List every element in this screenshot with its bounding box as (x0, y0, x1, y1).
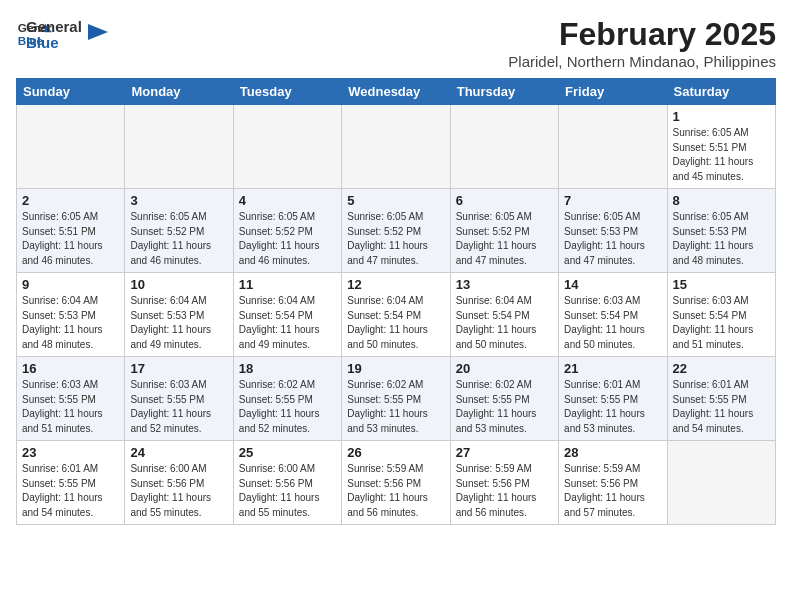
day-number: 28 (564, 445, 661, 460)
day-info: Sunrise: 6:01 AM Sunset: 5:55 PM Dayligh… (673, 378, 770, 436)
calendar-day-cell: 28Sunrise: 5:59 AM Sunset: 5:56 PM Dayli… (559, 441, 667, 525)
calendar-day-cell: 17Sunrise: 6:03 AM Sunset: 5:55 PM Dayli… (125, 357, 233, 441)
calendar-day-cell: 24Sunrise: 6:00 AM Sunset: 5:56 PM Dayli… (125, 441, 233, 525)
calendar-day-cell: 19Sunrise: 6:02 AM Sunset: 5:55 PM Dayli… (342, 357, 450, 441)
day-info: Sunrise: 6:05 AM Sunset: 5:51 PM Dayligh… (673, 126, 770, 184)
day-info: Sunrise: 6:04 AM Sunset: 5:53 PM Dayligh… (22, 294, 119, 352)
calendar-day-cell: 14Sunrise: 6:03 AM Sunset: 5:54 PM Dayli… (559, 273, 667, 357)
day-number: 13 (456, 277, 553, 292)
day-info: Sunrise: 6:01 AM Sunset: 5:55 PM Dayligh… (564, 378, 661, 436)
day-number: 14 (564, 277, 661, 292)
calendar-week-row: 23Sunrise: 6:01 AM Sunset: 5:55 PM Dayli… (17, 441, 776, 525)
day-number: 24 (130, 445, 227, 460)
day-info: Sunrise: 6:04 AM Sunset: 5:53 PM Dayligh… (130, 294, 227, 352)
day-number: 17 (130, 361, 227, 376)
calendar-day-cell: 8Sunrise: 6:05 AM Sunset: 5:53 PM Daylig… (667, 189, 775, 273)
day-info: Sunrise: 6:00 AM Sunset: 5:56 PM Dayligh… (239, 462, 336, 520)
calendar-day-cell: 18Sunrise: 6:02 AM Sunset: 5:55 PM Dayli… (233, 357, 341, 441)
day-info: Sunrise: 6:03 AM Sunset: 5:54 PM Dayligh… (673, 294, 770, 352)
weekday-header-sunday: Sunday (17, 79, 125, 105)
day-number: 8 (673, 193, 770, 208)
logo: General Blue General Blue (16, 16, 108, 52)
day-info: Sunrise: 6:05 AM Sunset: 5:53 PM Dayligh… (564, 210, 661, 268)
day-info: Sunrise: 6:05 AM Sunset: 5:52 PM Dayligh… (239, 210, 336, 268)
day-number: 11 (239, 277, 336, 292)
day-number: 3 (130, 193, 227, 208)
calendar-week-row: 9Sunrise: 6:04 AM Sunset: 5:53 PM Daylig… (17, 273, 776, 357)
calendar-table: SundayMondayTuesdayWednesdayThursdayFrid… (16, 78, 776, 525)
calendar-day-cell (667, 441, 775, 525)
day-number: 7 (564, 193, 661, 208)
day-info: Sunrise: 6:00 AM Sunset: 5:56 PM Dayligh… (130, 462, 227, 520)
day-number: 26 (347, 445, 444, 460)
day-info: Sunrise: 6:04 AM Sunset: 5:54 PM Dayligh… (456, 294, 553, 352)
day-info: Sunrise: 6:05 AM Sunset: 5:52 PM Dayligh… (130, 210, 227, 268)
page-header: General Blue General Blue February 2025 … (16, 16, 776, 70)
day-number: 27 (456, 445, 553, 460)
day-info: Sunrise: 6:02 AM Sunset: 5:55 PM Dayligh… (456, 378, 553, 436)
day-info: Sunrise: 6:02 AM Sunset: 5:55 PM Dayligh… (347, 378, 444, 436)
calendar-day-cell: 10Sunrise: 6:04 AM Sunset: 5:53 PM Dayli… (125, 273, 233, 357)
calendar-day-cell (559, 105, 667, 189)
weekday-header-wednesday: Wednesday (342, 79, 450, 105)
logo-arrow-icon (88, 20, 108, 40)
day-number: 15 (673, 277, 770, 292)
day-number: 2 (22, 193, 119, 208)
day-number: 12 (347, 277, 444, 292)
day-number: 10 (130, 277, 227, 292)
calendar-day-cell: 12Sunrise: 6:04 AM Sunset: 5:54 PM Dayli… (342, 273, 450, 357)
day-number: 6 (456, 193, 553, 208)
weekday-header-monday: Monday (125, 79, 233, 105)
day-info: Sunrise: 6:02 AM Sunset: 5:55 PM Dayligh… (239, 378, 336, 436)
day-info: Sunrise: 5:59 AM Sunset: 5:56 PM Dayligh… (564, 462, 661, 520)
day-info: Sunrise: 6:04 AM Sunset: 5:54 PM Dayligh… (239, 294, 336, 352)
calendar-day-cell: 5Sunrise: 6:05 AM Sunset: 5:52 PM Daylig… (342, 189, 450, 273)
calendar-day-cell: 15Sunrise: 6:03 AM Sunset: 5:54 PM Dayli… (667, 273, 775, 357)
weekday-header-row: SundayMondayTuesdayWednesdayThursdayFrid… (17, 79, 776, 105)
calendar-day-cell: 16Sunrise: 6:03 AM Sunset: 5:55 PM Dayli… (17, 357, 125, 441)
location-subtitle: Plaridel, Northern Mindanao, Philippines (508, 53, 776, 70)
weekday-header-saturday: Saturday (667, 79, 775, 105)
calendar-day-cell: 4Sunrise: 6:05 AM Sunset: 5:52 PM Daylig… (233, 189, 341, 273)
calendar-day-cell: 9Sunrise: 6:04 AM Sunset: 5:53 PM Daylig… (17, 273, 125, 357)
day-number: 9 (22, 277, 119, 292)
logo-blue: Blue (26, 35, 82, 52)
calendar-day-cell (450, 105, 558, 189)
calendar-day-cell: 13Sunrise: 6:04 AM Sunset: 5:54 PM Dayli… (450, 273, 558, 357)
calendar-week-row: 1Sunrise: 6:05 AM Sunset: 5:51 PM Daylig… (17, 105, 776, 189)
calendar-day-cell: 2Sunrise: 6:05 AM Sunset: 5:51 PM Daylig… (17, 189, 125, 273)
day-number: 23 (22, 445, 119, 460)
calendar-day-cell: 11Sunrise: 6:04 AM Sunset: 5:54 PM Dayli… (233, 273, 341, 357)
day-info: Sunrise: 6:05 AM Sunset: 5:51 PM Dayligh… (22, 210, 119, 268)
title-block: February 2025 Plaridel, Northern Mindana… (508, 16, 776, 70)
day-info: Sunrise: 6:03 AM Sunset: 5:55 PM Dayligh… (22, 378, 119, 436)
day-info: Sunrise: 6:03 AM Sunset: 5:55 PM Dayligh… (130, 378, 227, 436)
month-year-title: February 2025 (508, 16, 776, 53)
day-info: Sunrise: 6:05 AM Sunset: 5:52 PM Dayligh… (456, 210, 553, 268)
day-number: 5 (347, 193, 444, 208)
calendar-day-cell: 25Sunrise: 6:00 AM Sunset: 5:56 PM Dayli… (233, 441, 341, 525)
calendar-day-cell: 22Sunrise: 6:01 AM Sunset: 5:55 PM Dayli… (667, 357, 775, 441)
calendar-day-cell: 7Sunrise: 6:05 AM Sunset: 5:53 PM Daylig… (559, 189, 667, 273)
day-number: 25 (239, 445, 336, 460)
calendar-day-cell (233, 105, 341, 189)
calendar-day-cell: 6Sunrise: 6:05 AM Sunset: 5:52 PM Daylig… (450, 189, 558, 273)
day-info: Sunrise: 5:59 AM Sunset: 5:56 PM Dayligh… (347, 462, 444, 520)
calendar-day-cell: 3Sunrise: 6:05 AM Sunset: 5:52 PM Daylig… (125, 189, 233, 273)
day-info: Sunrise: 6:05 AM Sunset: 5:52 PM Dayligh… (347, 210, 444, 268)
day-info: Sunrise: 6:04 AM Sunset: 5:54 PM Dayligh… (347, 294, 444, 352)
calendar-day-cell: 27Sunrise: 5:59 AM Sunset: 5:56 PM Dayli… (450, 441, 558, 525)
calendar-day-cell (342, 105, 450, 189)
day-info: Sunrise: 6:03 AM Sunset: 5:54 PM Dayligh… (564, 294, 661, 352)
calendar-day-cell: 21Sunrise: 6:01 AM Sunset: 5:55 PM Dayli… (559, 357, 667, 441)
calendar-day-cell: 1Sunrise: 6:05 AM Sunset: 5:51 PM Daylig… (667, 105, 775, 189)
calendar-day-cell (125, 105, 233, 189)
day-number: 16 (22, 361, 119, 376)
weekday-header-tuesday: Tuesday (233, 79, 341, 105)
logo-general: General (26, 19, 82, 36)
day-number: 18 (239, 361, 336, 376)
day-number: 22 (673, 361, 770, 376)
weekday-header-thursday: Thursday (450, 79, 558, 105)
calendar-day-cell (17, 105, 125, 189)
day-info: Sunrise: 6:01 AM Sunset: 5:55 PM Dayligh… (22, 462, 119, 520)
